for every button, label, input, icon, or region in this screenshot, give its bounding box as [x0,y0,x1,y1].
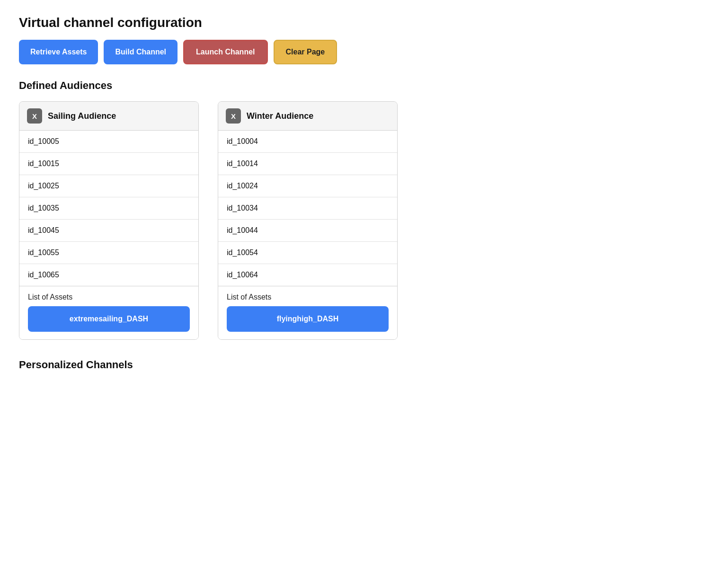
list-item: id_10055 [19,242,198,264]
audience-header-sailing: X Sailing Audience [19,102,198,131]
list-item: id_10045 [19,220,198,242]
defined-audiences-title: Defined Audiences [19,80,709,92]
list-item: id_10044 [218,220,397,242]
list-item: id_10034 [218,197,397,220]
list-item: id_10065 [19,264,198,286]
audience-scrollable-sailing[interactable]: id_10005 id_10015 id_10025 id_10035 id_1… [19,131,198,339]
personalized-channels-section: Personalized Channels [19,359,709,371]
list-item: id_10015 [19,153,198,175]
list-item: id_10014 [218,153,397,175]
asset-buttons-sailing: extremesailing_DASH [28,306,190,336]
audience-card-winter: X Winter Audience id_10004 id_10014 id_1… [218,101,398,340]
list-item: id_10025 [19,175,198,197]
asset-buttons-winter: flyinghigh_DASH [227,306,389,336]
personalized-channels-title: Personalized Channels [19,359,709,371]
list-item: id_10035 [19,197,198,220]
audience-close-winter[interactable]: X [226,108,241,124]
assets-section-sailing: List of Assets extremesailing_DASH [19,286,198,339]
audience-name-sailing: Sailing Audience [48,111,116,121]
list-item: id_10005 [19,131,198,153]
audience-ids-winter: id_10004 id_10014 id_10024 id_10034 id_1… [218,131,397,286]
clear-page-button[interactable]: Clear Page [274,40,337,64]
audience-ids-sailing: id_10005 id_10015 id_10025 id_10035 id_1… [19,131,198,286]
list-item: id_10064 [218,264,397,286]
assets-section-winter: List of Assets flyinghigh_DASH [218,286,397,339]
list-item: id_10054 [218,242,397,264]
page-title: Virtual channel configuration [19,15,709,30]
list-item: id_10024 [218,175,397,197]
build-channel-button[interactable]: Build Channel [104,40,178,64]
audience-header-winter: X Winter Audience [218,102,397,131]
assets-label-winter: List of Assets [227,293,389,301]
toolbar: Retrieve Assets Build Channel Launch Cha… [19,40,709,64]
asset-button-winter-0[interactable]: flyinghigh_DASH [227,306,389,332]
assets-label-sailing: List of Assets [28,293,190,301]
list-item: id_10004 [218,131,397,153]
asset-button-sailing-0[interactable]: extremesailing_DASH [28,306,190,332]
audience-close-sailing[interactable]: X [27,108,42,124]
audience-name-winter: Winter Audience [247,111,313,121]
retrieve-assets-button[interactable]: Retrieve Assets [19,40,98,64]
audiences-container: X Sailing Audience id_10005 id_10015 id_… [19,101,709,340]
audience-card-sailing: X Sailing Audience id_10005 id_10015 id_… [19,101,199,340]
audience-scrollable-winter[interactable]: id_10004 id_10014 id_10024 id_10034 id_1… [218,131,397,339]
launch-channel-button[interactable]: Launch Channel [183,40,267,64]
